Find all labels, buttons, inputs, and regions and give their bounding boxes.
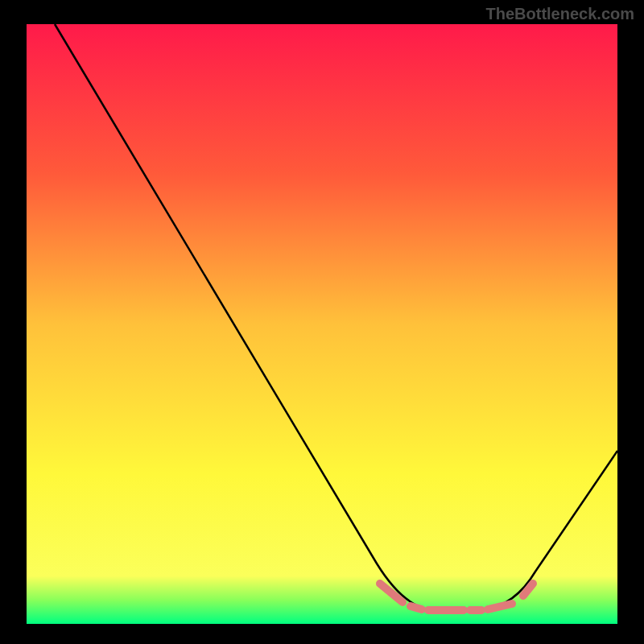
chart-svg — [0, 0, 644, 644]
watermark-text: TheBottleneck.com — [486, 5, 634, 23]
svg-line-1 — [411, 606, 422, 609]
svg-line-4 — [488, 604, 512, 609]
plot-background — [27, 24, 617, 624]
